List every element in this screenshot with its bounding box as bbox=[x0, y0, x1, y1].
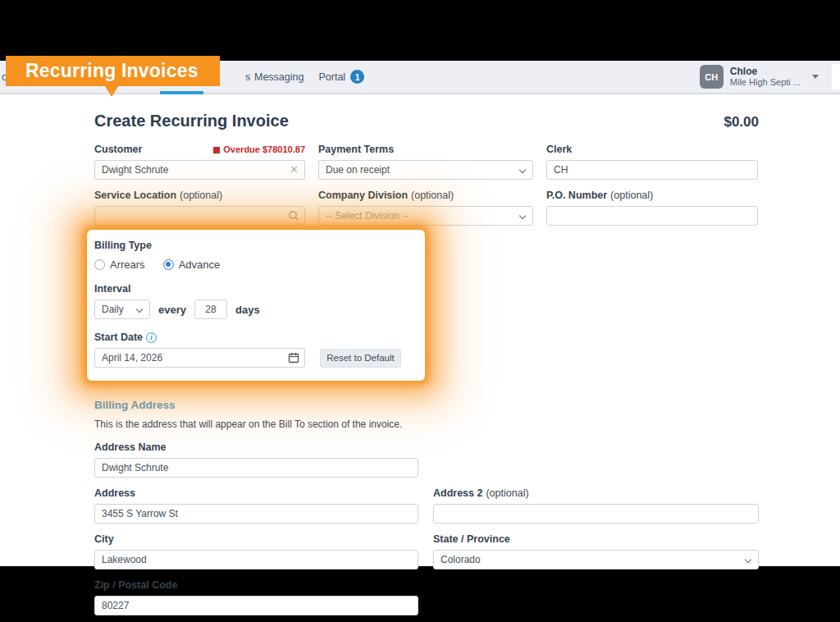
billing-settings-highlight-box: Billing Type Arrears Advance Interval Da… bbox=[87, 230, 425, 381]
address2-field-group: Address 2 (optional) bbox=[433, 487, 759, 524]
payment-terms-value: Due on receipt bbox=[326, 164, 390, 176]
address2-input[interactable] bbox=[433, 504, 759, 524]
overdue-amount: Overdue $78010.87 bbox=[223, 144, 305, 156]
radio-advance[interactable]: Advance bbox=[163, 258, 221, 271]
state-label: State / Province bbox=[433, 533, 510, 546]
billing-type-label: Billing Type bbox=[94, 240, 152, 252]
nav-item-messaging[interactable]: Messaging bbox=[254, 71, 304, 83]
city-field-group: City bbox=[94, 533, 418, 569]
po-number-field-group: P.O. Number (optional) bbox=[546, 190, 758, 226]
radio-unchecked-icon bbox=[94, 259, 105, 270]
address-name-field-group: Address Name bbox=[94, 441, 418, 478]
user-text: Chloe Mile High Septi ... bbox=[730, 66, 801, 88]
start-date-label: Start Date bbox=[94, 332, 143, 344]
user-menu[interactable]: CH Chloe Mile High Septi ... bbox=[700, 65, 819, 89]
overdue-badge: Overdue $78010.87 bbox=[213, 144, 305, 156]
chevron-down-icon bbox=[519, 167, 526, 173]
chevron-down-icon bbox=[812, 75, 819, 79]
clerk-input[interactable] bbox=[546, 160, 758, 180]
zip-input[interactable] bbox=[94, 596, 418, 615]
recurring-invoices-callout: Recurring Invoices bbox=[6, 56, 220, 86]
customer-field-group: Customer Overdue $78010.87 ✕ bbox=[94, 144, 305, 180]
state-field-group: State / Province Colorado bbox=[433, 533, 759, 569]
interval-unit-value: Daily bbox=[102, 304, 124, 315]
interval-count-input[interactable] bbox=[194, 300, 227, 319]
company-division-value: -- Select Division -- bbox=[326, 210, 409, 222]
payment-terms-label: Payment Terms bbox=[318, 144, 394, 156]
start-date-input[interactable] bbox=[94, 348, 305, 368]
nav-item-portal-label: Portal bbox=[318, 71, 345, 83]
user-name: Chloe bbox=[730, 66, 801, 77]
clerk-field-group: Clerk bbox=[546, 144, 758, 180]
radio-arrears[interactable]: Arrears bbox=[94, 258, 145, 271]
address-input[interactable] bbox=[94, 504, 418, 524]
calendar-icon[interactable] bbox=[288, 352, 299, 364]
address-label: Address bbox=[94, 487, 135, 500]
customer-label: Customer bbox=[94, 144, 142, 156]
main-page: Create Recurring Invoice $0.00 Customer … bbox=[0, 94, 840, 566]
billing-address-description: This is the address that will appear on … bbox=[94, 418, 759, 430]
optional-tag: (optional) bbox=[180, 190, 222, 202]
cropped-edge-button[interactable] bbox=[832, 64, 840, 89]
days-label: days bbox=[235, 304, 260, 316]
zip-label: Zip / Postal Code bbox=[94, 579, 177, 592]
overdue-square-icon bbox=[213, 147, 220, 153]
interval-unit-select[interactable]: Daily bbox=[94, 300, 150, 319]
company-division-select[interactable]: -- Select Division -- bbox=[318, 206, 533, 226]
payment-terms-select[interactable]: Due on receipt bbox=[318, 160, 533, 180]
every-label: every bbox=[158, 304, 186, 316]
callout-label: Recurring Invoices bbox=[25, 60, 199, 82]
clear-icon[interactable]: ✕ bbox=[290, 163, 299, 176]
radio-checked-icon bbox=[163, 259, 174, 270]
state-select[interactable]: Colorado bbox=[433, 550, 759, 569]
chevron-down-icon bbox=[519, 213, 526, 219]
company-division-label: Company Division bbox=[318, 190, 408, 202]
radio-advance-label: Advance bbox=[179, 258, 221, 271]
optional-tag: (optional) bbox=[486, 487, 528, 500]
address2-label: Address 2 bbox=[433, 487, 482, 500]
user-organization: Mile High Septi ... bbox=[730, 77, 801, 88]
state-value: Colorado bbox=[441, 554, 481, 565]
address-name-label: Address Name bbox=[94, 441, 167, 454]
service-location-input[interactable] bbox=[94, 206, 305, 226]
address-field-group: Address bbox=[94, 487, 418, 524]
po-number-input[interactable] bbox=[546, 206, 758, 226]
address-name-input[interactable] bbox=[94, 458, 418, 478]
interval-label: Interval bbox=[94, 283, 130, 295]
customer-input[interactable] bbox=[94, 160, 305, 180]
portal-count-badge: 1 bbox=[350, 70, 364, 84]
optional-tag: (optional) bbox=[411, 190, 454, 202]
reset-to-default-button[interactable]: Reset to Default bbox=[320, 349, 401, 368]
nav-item-portal[interactable]: Portal 1 bbox=[318, 70, 364, 84]
nav-item-clipped-mid[interactable]: s bbox=[245, 71, 250, 83]
optional-tag: (optional) bbox=[610, 190, 653, 202]
clerk-label: Clerk bbox=[546, 144, 572, 156]
city-label: City bbox=[94, 533, 114, 546]
city-input[interactable] bbox=[94, 550, 418, 569]
company-division-field-group: Company Division (optional) -- Select Di… bbox=[318, 190, 533, 226]
chevron-down-icon bbox=[136, 306, 143, 313]
info-icon[interactable]: i bbox=[146, 332, 157, 343]
nav-items: Messaging Portal 1 bbox=[254, 61, 364, 93]
search-icon bbox=[288, 210, 299, 222]
radio-arrears-label: Arrears bbox=[110, 258, 145, 271]
service-location-label: Service Location bbox=[94, 190, 176, 202]
payment-terms-field-group: Payment Terms Due on receipt bbox=[318, 144, 533, 180]
zip-field-group: Zip / Postal Code bbox=[94, 579, 418, 615]
po-number-label: P.O. Number bbox=[546, 190, 607, 202]
invoice-total: $0.00 bbox=[724, 114, 759, 130]
service-location-field-group: Service Location (optional) bbox=[94, 190, 305, 226]
chevron-down-icon bbox=[745, 556, 751, 563]
billing-address-heading: Billing Address bbox=[94, 399, 759, 411]
page-title: Create Recurring Invoice bbox=[94, 112, 289, 130]
avatar: CH bbox=[700, 65, 724, 89]
